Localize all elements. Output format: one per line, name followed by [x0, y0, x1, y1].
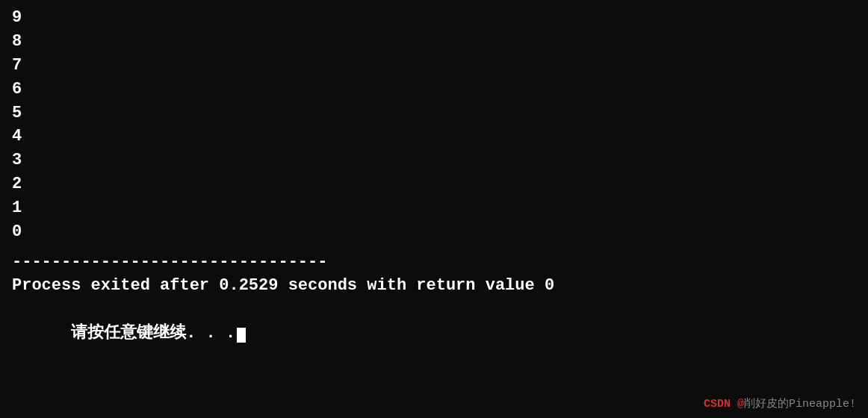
countdown-7: 7: [12, 54, 856, 78]
countdown-4: 4: [12, 125, 856, 149]
terminal-window: 9 8 7 6 5 4 3 2 1 0 --------------------…: [0, 0, 868, 418]
countdown-0: 0: [12, 220, 856, 244]
continue-line: 请按任意键继续. . .: [12, 298, 856, 369]
countdown-3: 3: [12, 149, 856, 172]
countdown-5: 5: [12, 102, 856, 125]
countdown-8: 8: [12, 30, 856, 54]
csdn-label: CSDN @: [704, 398, 744, 411]
watermark: CSDN @削好皮的Pineapple!: [704, 396, 856, 411]
separator: --------------------------------: [12, 250, 856, 274]
process-exit-line: Process exited after 0.2529 seconds with…: [12, 274, 856, 298]
countdown-6: 6: [12, 78, 856, 102]
countdown-2: 2: [12, 172, 856, 196]
cursor: [237, 328, 246, 343]
countdown-1: 1: [12, 196, 856, 220]
countdown-9: 9: [12, 6, 856, 30]
output-area: 9 8 7 6 5 4 3 2 1 0 --------------------…: [12, 6, 856, 412]
author-label: 削好皮的Pineapple!: [744, 398, 856, 411]
